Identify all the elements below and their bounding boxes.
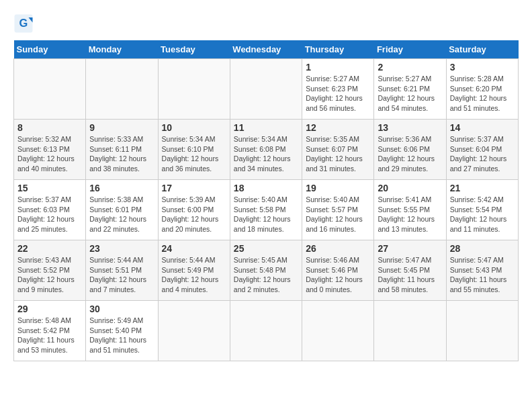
day-number: 23 — [89, 243, 154, 254]
day-number: 22 — [17, 243, 82, 254]
week-row: 22 Sunrise: 5:43 AMSunset: 5:52 PMDaylig… — [14, 240, 519, 301]
col-header-wednesday: Wednesday — [230, 40, 302, 59]
calendar-cell: 10 Sunrise: 5:34 AMSunset: 6:10 PMDaylig… — [158, 120, 230, 180]
day-info: Sunrise: 5:46 AMSunset: 5:46 PMDaylight:… — [306, 255, 370, 295]
calendar-cell: 19 Sunrise: 5:40 AMSunset: 5:57 PMDaylig… — [302, 180, 374, 240]
header-row: SundayMondayTuesdayWednesdayThursdayFrid… — [14, 40, 519, 59]
day-number: 11 — [234, 122, 298, 133]
day-info: Sunrise: 5:47 AMSunset: 5:43 PMDaylight:… — [450, 255, 515, 295]
day-info: Sunrise: 5:44 AMSunset: 5:49 PMDaylight:… — [162, 255, 226, 295]
day-number: 13 — [378, 122, 442, 133]
day-info: Sunrise: 5:41 AMSunset: 5:55 PMDaylight:… — [378, 195, 442, 234]
day-number: 19 — [306, 183, 370, 193]
calendar-cell: 18 Sunrise: 5:40 AMSunset: 5:58 PMDaylig… — [230, 180, 302, 240]
page-header: G — [13, 13, 519, 34]
calendar-cell: 21 Sunrise: 5:42 AMSunset: 5:54 PMDaylig… — [446, 180, 518, 240]
day-number: 28 — [450, 243, 515, 254]
calendar-cell: 13 Sunrise: 5:36 AMSunset: 6:06 PMDaylig… — [374, 120, 446, 180]
day-number: 14 — [450, 122, 515, 133]
calendar-cell: 28 Sunrise: 5:47 AMSunset: 5:43 PMDaylig… — [446, 240, 518, 301]
day-number: 1 — [306, 62, 370, 73]
week-row: 1 Sunrise: 5:27 AMSunset: 6:23 PMDayligh… — [14, 59, 519, 120]
calendar-cell: 14 Sunrise: 5:37 AMSunset: 6:04 PMDaylig… — [446, 120, 518, 180]
calendar-cell: 8 Sunrise: 5:32 AMSunset: 6:13 PMDayligh… — [14, 120, 86, 180]
calendar-cell — [158, 59, 230, 120]
calendar-cell: 24 Sunrise: 5:44 AMSunset: 5:49 PMDaylig… — [158, 240, 230, 301]
calendar-cell — [302, 301, 374, 361]
day-number: 8 — [17, 122, 82, 133]
day-number: 2 — [378, 62, 442, 73]
day-info: Sunrise: 5:44 AMSunset: 5:51 PMDaylight:… — [89, 255, 154, 295]
calendar-cell: 2 Sunrise: 5:27 AMSunset: 6:21 PMDayligh… — [374, 59, 446, 120]
svg-text:G: G — [19, 17, 28, 29]
day-info: Sunrise: 5:34 AMSunset: 6:10 PMDaylight:… — [162, 134, 226, 174]
day-info: Sunrise: 5:36 AMSunset: 6:06 PMDaylight:… — [378, 134, 442, 174]
day-info: Sunrise: 5:39 AMSunset: 6:00 PMDaylight:… — [162, 195, 226, 234]
day-number: 9 — [89, 122, 154, 133]
day-info: Sunrise: 5:37 AMSunset: 6:04 PMDaylight:… — [450, 134, 515, 174]
day-info: Sunrise: 5:27 AMSunset: 6:21 PMDaylight:… — [378, 74, 442, 113]
calendar-cell: 16 Sunrise: 5:38 AMSunset: 6:01 PMDaylig… — [86, 180, 158, 240]
day-info: Sunrise: 5:33 AMSunset: 6:11 PMDaylight:… — [89, 134, 154, 174]
day-number: 25 — [234, 243, 298, 254]
logo-icon: G — [13, 13, 34, 34]
day-number: 20 — [378, 183, 442, 193]
day-number: 29 — [17, 304, 82, 314]
col-header-monday: Monday — [86, 40, 158, 59]
day-info: Sunrise: 5:34 AMSunset: 6:08 PMDaylight:… — [234, 134, 298, 174]
day-number: 30 — [89, 304, 154, 314]
calendar-cell: 3 Sunrise: 5:28 AMSunset: 6:20 PMDayligh… — [446, 59, 518, 120]
calendar-cell: 30 Sunrise: 5:49 AMSunset: 5:40 PMDaylig… — [86, 301, 158, 361]
day-number: 27 — [378, 243, 442, 254]
calendar-cell: 22 Sunrise: 5:43 AMSunset: 5:52 PMDaylig… — [14, 240, 86, 301]
calendar-cell: 26 Sunrise: 5:46 AMSunset: 5:46 PMDaylig… — [302, 240, 374, 301]
calendar-cell: 25 Sunrise: 5:45 AMSunset: 5:48 PMDaylig… — [230, 240, 302, 301]
day-number: 10 — [162, 122, 226, 133]
calendar-cell — [446, 301, 518, 361]
col-header-saturday: Saturday — [446, 40, 518, 59]
calendar-cell — [374, 301, 446, 361]
calendar-cell: 9 Sunrise: 5:33 AMSunset: 6:11 PMDayligh… — [86, 120, 158, 180]
day-info: Sunrise: 5:47 AMSunset: 5:45 PMDaylight:… — [378, 255, 442, 295]
day-info: Sunrise: 5:37 AMSunset: 6:03 PMDaylight:… — [17, 195, 82, 234]
calendar-header: SundayMondayTuesdayWednesdayThursdayFrid… — [14, 40, 519, 59]
col-header-friday: Friday — [374, 40, 446, 59]
week-row: 15 Sunrise: 5:37 AMSunset: 6:03 PMDaylig… — [14, 180, 519, 240]
calendar-cell: 23 Sunrise: 5:44 AMSunset: 5:51 PMDaylig… — [86, 240, 158, 301]
calendar-body: 1 Sunrise: 5:27 AMSunset: 6:23 PMDayligh… — [14, 59, 519, 361]
day-info: Sunrise: 5:32 AMSunset: 6:13 PMDaylight:… — [17, 134, 82, 174]
day-number: 17 — [162, 183, 226, 193]
day-info: Sunrise: 5:48 AMSunset: 5:42 PMDaylight:… — [17, 316, 82, 355]
day-number: 15 — [17, 183, 82, 193]
day-number: 24 — [162, 243, 226, 254]
day-number: 26 — [306, 243, 370, 254]
day-info: Sunrise: 5:38 AMSunset: 6:01 PMDaylight:… — [89, 195, 154, 234]
day-info: Sunrise: 5:42 AMSunset: 5:54 PMDaylight:… — [450, 195, 515, 234]
calendar-table: SundayMondayTuesdayWednesdayThursdayFrid… — [13, 40, 519, 361]
calendar-cell: 29 Sunrise: 5:48 AMSunset: 5:42 PMDaylig… — [14, 301, 86, 361]
day-info: Sunrise: 5:40 AMSunset: 5:58 PMDaylight:… — [234, 195, 298, 234]
calendar-cell — [14, 59, 86, 120]
day-info: Sunrise: 5:40 AMSunset: 5:57 PMDaylight:… — [306, 195, 370, 234]
calendar-cell — [230, 59, 302, 120]
col-header-sunday: Sunday — [14, 40, 86, 59]
logo: G — [13, 13, 36, 34]
calendar-cell: 11 Sunrise: 5:34 AMSunset: 6:08 PMDaylig… — [230, 120, 302, 180]
calendar-cell: 17 Sunrise: 5:39 AMSunset: 6:00 PMDaylig… — [158, 180, 230, 240]
calendar-cell — [86, 59, 158, 120]
col-header-thursday: Thursday — [302, 40, 374, 59]
day-number: 3 — [450, 62, 515, 73]
day-number: 18 — [234, 183, 298, 193]
calendar-cell — [158, 301, 230, 361]
day-info: Sunrise: 5:28 AMSunset: 6:20 PMDaylight:… — [450, 74, 515, 113]
day-info: Sunrise: 5:45 AMSunset: 5:48 PMDaylight:… — [234, 255, 298, 295]
calendar-cell: 15 Sunrise: 5:37 AMSunset: 6:03 PMDaylig… — [14, 180, 86, 240]
calendar-cell: 20 Sunrise: 5:41 AMSunset: 5:55 PMDaylig… — [374, 180, 446, 240]
day-info: Sunrise: 5:27 AMSunset: 6:23 PMDaylight:… — [306, 74, 370, 113]
week-row: 29 Sunrise: 5:48 AMSunset: 5:42 PMDaylig… — [14, 301, 519, 361]
calendar-cell — [230, 301, 302, 361]
day-number: 16 — [89, 183, 154, 193]
calendar-cell: 1 Sunrise: 5:27 AMSunset: 6:23 PMDayligh… — [302, 59, 374, 120]
day-number: 21 — [450, 183, 515, 193]
day-info: Sunrise: 5:43 AMSunset: 5:52 PMDaylight:… — [17, 255, 82, 295]
